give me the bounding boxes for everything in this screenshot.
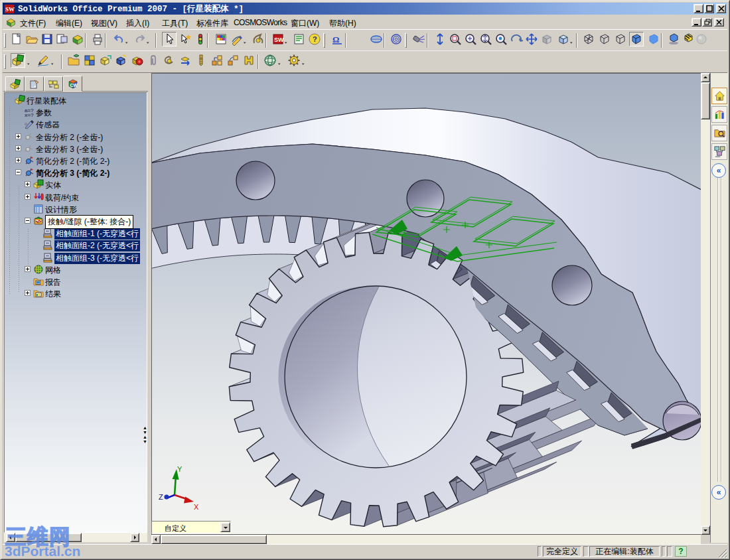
svg-text:Y: Y	[177, 465, 183, 473]
svg-text:Ω: Ω	[332, 35, 339, 44]
svg-text:Z: Z	[159, 493, 163, 501]
svg-text:x=?: x=?	[25, 112, 34, 117]
svg-text:?: ?	[313, 35, 317, 43]
svg-text:CW: CW	[70, 83, 78, 88]
svg-text:X: X	[194, 503, 199, 511]
svg-text:SW: SW	[274, 36, 284, 43]
svg-text:SW: SW	[5, 6, 15, 13]
